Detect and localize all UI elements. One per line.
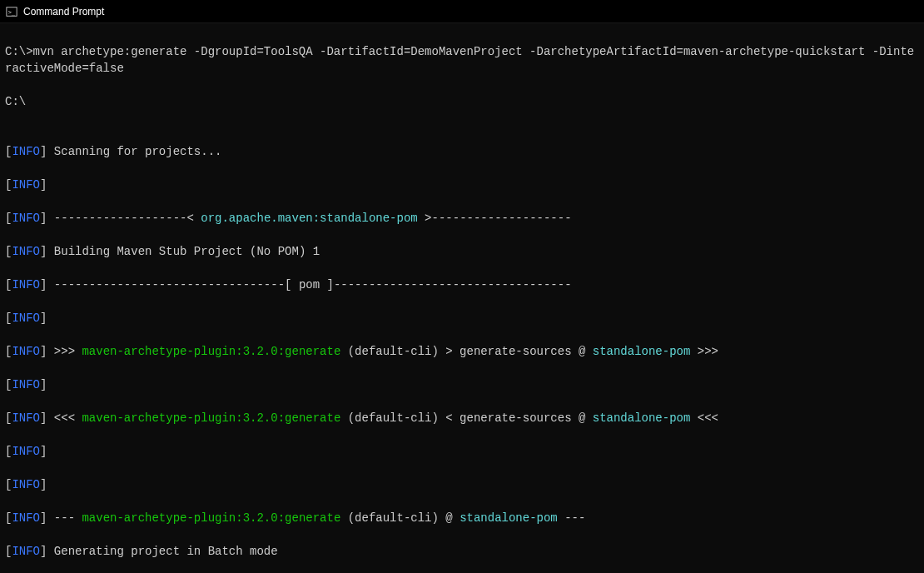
log-line: [INFO] Scanning for projects... bbox=[5, 143, 919, 160]
log-line: [INFO] --- maven-archetype-plugin:3.2.0:… bbox=[5, 510, 919, 526]
log-line: [INFO] bbox=[5, 177, 919, 193]
log-line: [INFO] bbox=[5, 310, 919, 326]
window-title: Command Prompt bbox=[23, 6, 104, 17]
log-line: [INFO] <<< maven-archetype-plugin:3.2.0:… bbox=[5, 410, 919, 426]
log-line: [INFO] Generating project in Batch mode bbox=[5, 543, 919, 560]
titlebar[interactable]: >_ Command Prompt bbox=[0, 0, 924, 23]
cmd-icon: >_ bbox=[5, 5, 18, 18]
log-line: [INFO] bbox=[5, 476, 919, 493]
log-line: [INFO] bbox=[5, 376, 919, 393]
log-line: [INFO] >>> maven-archetype-plugin:3.2.0:… bbox=[5, 343, 919, 360]
command-line: C:\>mvn archetype:generate -DgroupId=Too… bbox=[5, 43, 919, 77]
svg-text:>_: >_ bbox=[8, 8, 16, 15]
prompt-line: C:\ bbox=[5, 93, 919, 110]
log-line: [INFO] ---------------------------------… bbox=[5, 277, 919, 293]
terminal-output[interactable]: C:\>mvn archetype:generate -DgroupId=Too… bbox=[0, 23, 924, 573]
log-line: [INFO] Building Maven Stub Project (No P… bbox=[5, 243, 919, 260]
log-line: [INFO] bbox=[5, 443, 919, 460]
log-line: [INFO] -------------------< org.apache.m… bbox=[5, 210, 919, 227]
